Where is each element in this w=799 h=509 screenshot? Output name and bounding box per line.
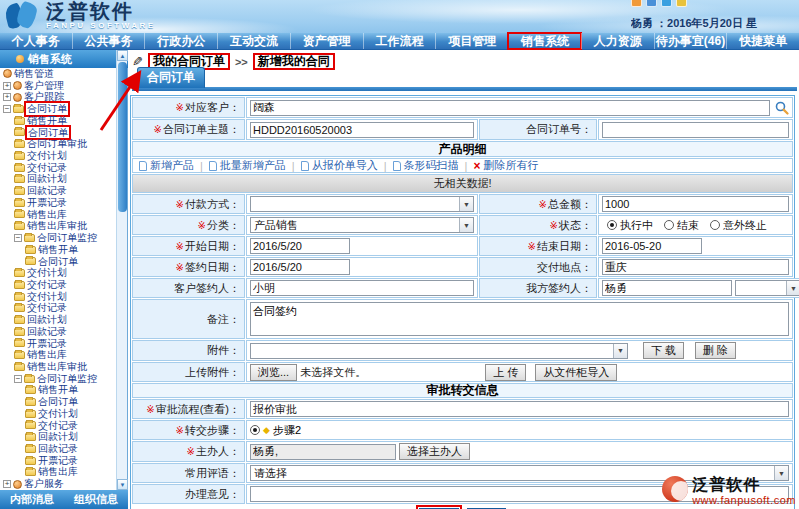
tree-item[interactable]: −合同订单监控 xyxy=(0,373,117,385)
sign-date-input[interactable] xyxy=(250,259,350,275)
choose-organizer-button[interactable]: 选择主办人 xyxy=(399,443,470,460)
scroll-up-icon[interactable]: ▲ xyxy=(117,50,128,61)
order-no-input[interactable] xyxy=(602,122,789,138)
collapse-icon[interactable]: − xyxy=(14,234,22,242)
tree-item[interactable]: −合同订单监控 xyxy=(0,232,117,244)
collapse-icon[interactable]: − xyxy=(3,105,11,113)
nav-item-9[interactable]: 待办事宜(46) xyxy=(654,33,727,49)
organizer-input[interactable] xyxy=(250,444,396,460)
tree-item[interactable]: 回款记录 xyxy=(0,326,117,338)
tree-item[interactable]: 销售出库审批 xyxy=(0,220,117,232)
tree-item-label[interactable]: 交付记录 xyxy=(27,162,67,174)
tree-item-label[interactable]: 销售出库审批 xyxy=(27,220,87,232)
tree-item[interactable]: 销售开单 xyxy=(0,384,117,396)
nav-item-1[interactable]: 公共事务 xyxy=(72,33,145,49)
tree-item[interactable]: 销售出库审批 xyxy=(0,361,117,373)
tree-item[interactable]: 销售出库 xyxy=(0,209,117,221)
tree-item-label[interactable]: 客户服务 xyxy=(24,478,64,490)
tree-item-label[interactable]: 开票记录 xyxy=(27,197,67,209)
tree-item-label[interactable]: 销售出库 xyxy=(38,466,78,478)
toolbar-link-1[interactable]: 批量新增产品 xyxy=(209,158,286,173)
tree-item-label[interactable]: 开票记录 xyxy=(27,338,67,350)
tree-item-label[interactable]: 回款计划 xyxy=(38,431,78,443)
tree-item-label[interactable]: 交付记录 xyxy=(38,420,78,432)
tree-item[interactable]: 开票记录 xyxy=(0,338,117,350)
tree-item[interactable]: 合同订单 xyxy=(0,256,117,268)
tree-item[interactable]: 合同订单 xyxy=(0,127,117,139)
tree-item[interactable]: 回款计划 xyxy=(0,431,117,443)
tree-item[interactable]: 回款记录 xyxy=(0,185,117,197)
tree-item-label[interactable]: 回款记录 xyxy=(27,326,67,338)
expand-icon[interactable]: + xyxy=(3,82,11,90)
tree-item-label[interactable]: 交付记录 xyxy=(27,279,67,291)
tree-item[interactable]: 回款计划 xyxy=(0,173,117,185)
tree-item[interactable]: +客户跟踪 xyxy=(0,91,117,103)
category-select[interactable]: 产品销售▼ xyxy=(250,217,474,233)
tab-org-info[interactable]: 组织信息 xyxy=(74,492,118,507)
tree-item[interactable]: 回款计划 xyxy=(0,314,117,326)
status-radio-2[interactable] xyxy=(710,220,720,230)
nav-item-2[interactable]: 行政办公 xyxy=(144,33,217,49)
tree-item[interactable]: 交付记录 xyxy=(0,420,117,432)
approval-flow-input[interactable] xyxy=(250,401,789,417)
nav-item-10[interactable]: 快捷菜单 xyxy=(726,33,799,49)
tree-item-label[interactable]: 回款计划 xyxy=(27,314,67,326)
tree-item-label[interactable]: 客户跟踪 xyxy=(24,91,64,103)
tree-item-label[interactable]: 交付计划 xyxy=(27,291,67,303)
tree-item[interactable]: 交付计划 xyxy=(0,150,117,162)
tree-item-label[interactable]: 交付记录 xyxy=(27,302,67,314)
tree-item[interactable]: 合同订单 xyxy=(0,396,117,408)
tree-item-label[interactable]: 合同订单 xyxy=(27,127,69,139)
nav-item-5[interactable]: 工作流程 xyxy=(363,33,436,49)
customer-input[interactable] xyxy=(250,100,770,116)
from-cabinet-button[interactable]: 从文件柜导入 xyxy=(535,364,617,381)
tree-item-label[interactable]: 销售开单 xyxy=(27,115,67,127)
tree-item[interactable]: 交付记录 xyxy=(0,162,117,174)
tree-item[interactable]: 交付记录 xyxy=(0,302,117,314)
nav-item-6[interactable]: 项目管理 xyxy=(435,33,508,49)
customer-signer-input[interactable] xyxy=(250,280,474,296)
step-radio[interactable] xyxy=(250,425,260,435)
tree-item[interactable]: +客户管理 xyxy=(0,80,117,92)
payment-select[interactable]: ▼ xyxy=(250,196,474,212)
tree-item[interactable]: 销售出库 xyxy=(0,349,117,361)
tree-item-label[interactable]: 合同订单 xyxy=(38,396,78,408)
end-date-input[interactable] xyxy=(602,238,702,254)
tree-item-label[interactable]: 合同订单监控 xyxy=(37,373,97,385)
tree-item-label[interactable]: 回款计划 xyxy=(27,173,67,185)
tree-item[interactable]: 交付计划 xyxy=(0,291,117,303)
tree-item-label[interactable]: 交付计划 xyxy=(27,150,67,162)
total-input[interactable] xyxy=(602,196,789,212)
help-icon[interactable] xyxy=(661,0,672,7)
expand-icon[interactable]: + xyxy=(3,480,11,488)
tree-item-label[interactable]: 销售开单 xyxy=(38,384,78,396)
tree-item[interactable]: 交付计划 xyxy=(0,267,117,279)
tree-item[interactable]: 销售管道 xyxy=(0,68,117,80)
search-icon[interactable] xyxy=(775,101,789,115)
tree-item-label[interactable]: 销售管道 xyxy=(14,68,54,80)
our-signer-input[interactable] xyxy=(602,280,732,296)
tree-item-label[interactable]: 交付计划 xyxy=(38,408,78,420)
attachment-select[interactable]: ▼ xyxy=(250,343,628,359)
grid-icon[interactable] xyxy=(631,0,642,7)
tree-item-label[interactable]: 合同订单监控 xyxy=(37,232,97,244)
browse-button[interactable]: 浏览... xyxy=(250,364,297,381)
tree-item[interactable]: 销售开单 xyxy=(0,244,117,256)
refresh-icon[interactable] xyxy=(646,0,657,7)
tree-item-label[interactable]: 客户管理 xyxy=(24,80,64,92)
start-date-input[interactable] xyxy=(250,238,350,254)
tree-item[interactable]: +客户服务 xyxy=(0,478,117,490)
nav-item-4[interactable]: 资产管理 xyxy=(290,33,363,49)
tree-item-label[interactable]: 销售出库审批 xyxy=(27,361,87,373)
tree-item[interactable]: 回款记录 xyxy=(0,443,117,455)
mail-icon[interactable] xyxy=(676,0,687,7)
tree-item[interactable]: 销售开单 xyxy=(0,115,117,127)
subject-input[interactable] xyxy=(250,122,474,138)
tree-item-label[interactable]: 销售开单 xyxy=(38,244,78,256)
tree-item-label[interactable]: 回款记录 xyxy=(27,185,67,197)
nav-item-3[interactable]: 互动交流 xyxy=(217,33,290,49)
tree-item[interactable]: 开票记录 xyxy=(0,197,117,209)
status-radio-1[interactable] xyxy=(664,220,674,230)
tree-item[interactable]: 交付记录 xyxy=(0,279,117,291)
toolbar-link-0[interactable]: 新增产品 xyxy=(139,158,194,173)
